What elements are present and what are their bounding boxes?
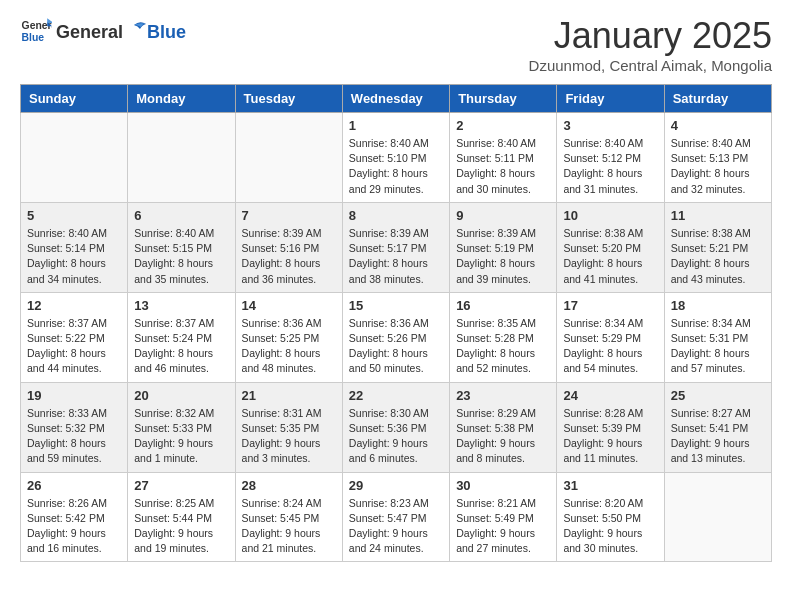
calendar-cell: 4Sunrise: 8:40 AM Sunset: 5:13 PM Daylig… xyxy=(664,113,771,203)
logo-general-text: General xyxy=(56,22,123,43)
title-block: January 2025 Dzuunmod, Central Aimak, Mo… xyxy=(529,15,772,74)
calendar-cell: 2Sunrise: 8:40 AM Sunset: 5:11 PM Daylig… xyxy=(450,113,557,203)
logo-blue-text: Blue xyxy=(147,22,186,43)
day-number: 8 xyxy=(349,208,443,223)
day-number: 11 xyxy=(671,208,765,223)
day-number: 18 xyxy=(671,298,765,313)
calendar-cell: 13Sunrise: 8:37 AM Sunset: 5:24 PM Dayli… xyxy=(128,292,235,382)
day-info: Sunrise: 8:30 AM Sunset: 5:36 PM Dayligh… xyxy=(349,406,443,467)
day-number: 21 xyxy=(242,388,336,403)
day-info: Sunrise: 8:32 AM Sunset: 5:33 PM Dayligh… xyxy=(134,406,228,467)
calendar-cell: 6Sunrise: 8:40 AM Sunset: 5:15 PM Daylig… xyxy=(128,202,235,292)
calendar-cell: 21Sunrise: 8:31 AM Sunset: 5:35 PM Dayli… xyxy=(235,382,342,472)
day-number: 3 xyxy=(563,118,657,133)
day-number: 14 xyxy=(242,298,336,313)
svg-text:Blue: Blue xyxy=(22,32,45,43)
calendar-table: SundayMondayTuesdayWednesdayThursdayFrid… xyxy=(20,84,772,562)
calendar-week-5: 26Sunrise: 8:26 AM Sunset: 5:42 PM Dayli… xyxy=(21,472,772,562)
calendar-cell: 23Sunrise: 8:29 AM Sunset: 5:38 PM Dayli… xyxy=(450,382,557,472)
day-number: 16 xyxy=(456,298,550,313)
calendar-cell: 27Sunrise: 8:25 AM Sunset: 5:44 PM Dayli… xyxy=(128,472,235,562)
day-info: Sunrise: 8:39 AM Sunset: 5:17 PM Dayligh… xyxy=(349,226,443,287)
day-info: Sunrise: 8:38 AM Sunset: 5:20 PM Dayligh… xyxy=(563,226,657,287)
calendar-cell xyxy=(128,113,235,203)
month-title: January 2025 xyxy=(529,15,772,57)
day-number: 31 xyxy=(563,478,657,493)
day-number: 28 xyxy=(242,478,336,493)
calendar-cell: 24Sunrise: 8:28 AM Sunset: 5:39 PM Dayli… xyxy=(557,382,664,472)
calendar-cell: 10Sunrise: 8:38 AM Sunset: 5:20 PM Dayli… xyxy=(557,202,664,292)
day-number: 15 xyxy=(349,298,443,313)
calendar-cell: 15Sunrise: 8:36 AM Sunset: 5:26 PM Dayli… xyxy=(342,292,449,382)
day-number: 19 xyxy=(27,388,121,403)
calendar-cell: 3Sunrise: 8:40 AM Sunset: 5:12 PM Daylig… xyxy=(557,113,664,203)
weekday-header-monday: Monday xyxy=(128,85,235,113)
calendar-cell: 9Sunrise: 8:39 AM Sunset: 5:19 PM Daylig… xyxy=(450,202,557,292)
calendar-cell: 20Sunrise: 8:32 AM Sunset: 5:33 PM Dayli… xyxy=(128,382,235,472)
day-number: 25 xyxy=(671,388,765,403)
calendar-cell: 17Sunrise: 8:34 AM Sunset: 5:29 PM Dayli… xyxy=(557,292,664,382)
day-info: Sunrise: 8:40 AM Sunset: 5:10 PM Dayligh… xyxy=(349,136,443,197)
calendar-cell: 19Sunrise: 8:33 AM Sunset: 5:32 PM Dayli… xyxy=(21,382,128,472)
subtitle: Dzuunmod, Central Aimak, Mongolia xyxy=(529,57,772,74)
day-info: Sunrise: 8:33 AM Sunset: 5:32 PM Dayligh… xyxy=(27,406,121,467)
day-number: 29 xyxy=(349,478,443,493)
calendar-cell: 12Sunrise: 8:37 AM Sunset: 5:22 PM Dayli… xyxy=(21,292,128,382)
calendar-cell: 18Sunrise: 8:34 AM Sunset: 5:31 PM Dayli… xyxy=(664,292,771,382)
calendar-cell xyxy=(235,113,342,203)
day-info: Sunrise: 8:35 AM Sunset: 5:28 PM Dayligh… xyxy=(456,316,550,377)
day-info: Sunrise: 8:34 AM Sunset: 5:29 PM Dayligh… xyxy=(563,316,657,377)
day-info: Sunrise: 8:36 AM Sunset: 5:25 PM Dayligh… xyxy=(242,316,336,377)
day-info: Sunrise: 8:23 AM Sunset: 5:47 PM Dayligh… xyxy=(349,496,443,557)
calendar-cell: 16Sunrise: 8:35 AM Sunset: 5:28 PM Dayli… xyxy=(450,292,557,382)
calendar-cell: 28Sunrise: 8:24 AM Sunset: 5:45 PM Dayli… xyxy=(235,472,342,562)
calendar-cell: 7Sunrise: 8:39 AM Sunset: 5:16 PM Daylig… xyxy=(235,202,342,292)
calendar-cell: 14Sunrise: 8:36 AM Sunset: 5:25 PM Dayli… xyxy=(235,292,342,382)
day-info: Sunrise: 8:29 AM Sunset: 5:38 PM Dayligh… xyxy=(456,406,550,467)
calendar-week-4: 19Sunrise: 8:33 AM Sunset: 5:32 PM Dayli… xyxy=(21,382,772,472)
page: General Blue General Blue January 2025 D… xyxy=(0,0,792,577)
day-number: 13 xyxy=(134,298,228,313)
calendar-week-1: 1Sunrise: 8:40 AM Sunset: 5:10 PM Daylig… xyxy=(21,113,772,203)
day-info: Sunrise: 8:40 AM Sunset: 5:11 PM Dayligh… xyxy=(456,136,550,197)
calendar-cell: 5Sunrise: 8:40 AM Sunset: 5:14 PM Daylig… xyxy=(21,202,128,292)
calendar-cell: 8Sunrise: 8:39 AM Sunset: 5:17 PM Daylig… xyxy=(342,202,449,292)
day-number: 24 xyxy=(563,388,657,403)
day-number: 2 xyxy=(456,118,550,133)
calendar-cell: 26Sunrise: 8:26 AM Sunset: 5:42 PM Dayli… xyxy=(21,472,128,562)
calendar-header-row: SundayMondayTuesdayWednesdayThursdayFrid… xyxy=(21,85,772,113)
day-info: Sunrise: 8:34 AM Sunset: 5:31 PM Dayligh… xyxy=(671,316,765,377)
day-info: Sunrise: 8:40 AM Sunset: 5:12 PM Dayligh… xyxy=(563,136,657,197)
day-number: 23 xyxy=(456,388,550,403)
day-info: Sunrise: 8:31 AM Sunset: 5:35 PM Dayligh… xyxy=(242,406,336,467)
logo-icon: General Blue xyxy=(20,15,52,47)
day-number: 9 xyxy=(456,208,550,223)
day-info: Sunrise: 8:38 AM Sunset: 5:21 PM Dayligh… xyxy=(671,226,765,287)
day-number: 5 xyxy=(27,208,121,223)
day-info: Sunrise: 8:39 AM Sunset: 5:16 PM Dayligh… xyxy=(242,226,336,287)
day-info: Sunrise: 8:40 AM Sunset: 5:15 PM Dayligh… xyxy=(134,226,228,287)
weekday-header-saturday: Saturday xyxy=(664,85,771,113)
calendar-cell: 25Sunrise: 8:27 AM Sunset: 5:41 PM Dayli… xyxy=(664,382,771,472)
header: General Blue General Blue January 2025 D… xyxy=(20,15,772,74)
calendar-cell xyxy=(21,113,128,203)
calendar-cell: 11Sunrise: 8:38 AM Sunset: 5:21 PM Dayli… xyxy=(664,202,771,292)
calendar-cell: 22Sunrise: 8:30 AM Sunset: 5:36 PM Dayli… xyxy=(342,382,449,472)
day-number: 7 xyxy=(242,208,336,223)
day-info: Sunrise: 8:21 AM Sunset: 5:49 PM Dayligh… xyxy=(456,496,550,557)
calendar-cell: 1Sunrise: 8:40 AM Sunset: 5:10 PM Daylig… xyxy=(342,113,449,203)
day-info: Sunrise: 8:37 AM Sunset: 5:24 PM Dayligh… xyxy=(134,316,228,377)
day-info: Sunrise: 8:37 AM Sunset: 5:22 PM Dayligh… xyxy=(27,316,121,377)
calendar-cell: 30Sunrise: 8:21 AM Sunset: 5:49 PM Dayli… xyxy=(450,472,557,562)
weekday-header-sunday: Sunday xyxy=(21,85,128,113)
day-number: 4 xyxy=(671,118,765,133)
day-info: Sunrise: 8:20 AM Sunset: 5:50 PM Dayligh… xyxy=(563,496,657,557)
weekday-header-thursday: Thursday xyxy=(450,85,557,113)
day-number: 10 xyxy=(563,208,657,223)
logo-bird-icon xyxy=(124,20,146,38)
day-number: 6 xyxy=(134,208,228,223)
day-number: 20 xyxy=(134,388,228,403)
day-number: 1 xyxy=(349,118,443,133)
day-number: 26 xyxy=(27,478,121,493)
day-number: 12 xyxy=(27,298,121,313)
